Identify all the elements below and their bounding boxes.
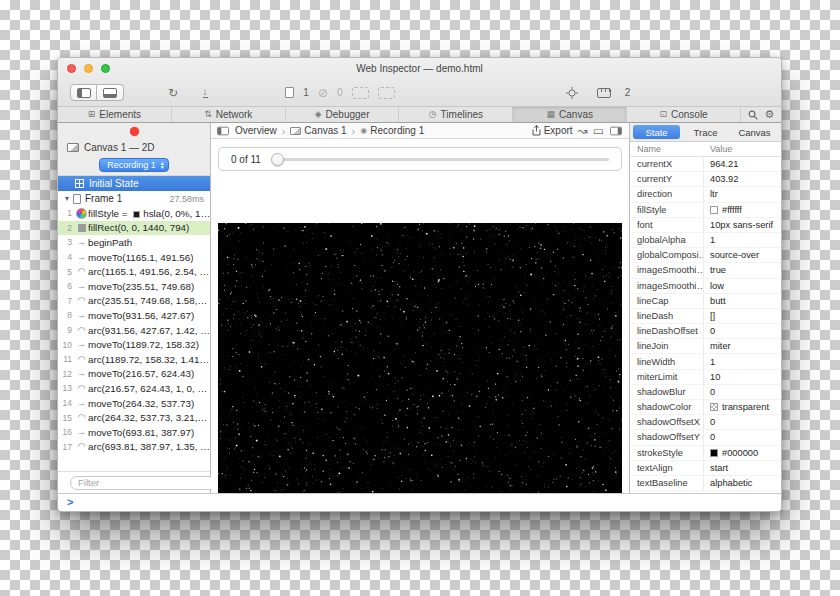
recording-select[interactable]: Recording 1 ▲▼ (99, 158, 168, 172)
canvas-call-row[interactable]: 13 ◠ arc(216.57, 624.43, 1, 0, … (58, 381, 210, 396)
canvas-call-row[interactable]: 3 → beginPath (58, 235, 210, 250)
state-value-text: transparent (722, 402, 769, 412)
minimize-window-button[interactable] (84, 64, 93, 73)
tab-canvas[interactable]: ▦ Canvas (513, 107, 627, 122)
canvas-call-row[interactable]: 9 ◠ arc(931.56, 427.67, 1.42, … (58, 323, 210, 338)
settings-button[interactable]: ⚙ (764, 109, 774, 120)
breadcrumb-canvas-1[interactable]: Canvas 1 (290, 125, 346, 136)
canvas-call-row[interactable]: 12 → moveTo(216.57, 624.43) (58, 367, 210, 382)
close-window-button[interactable] (67, 64, 76, 73)
canvas-call-row[interactable]: 16 → moveTo(693.81, 387.97) (58, 425, 210, 440)
tab-elements[interactable]: ⊞ Elements (58, 107, 172, 122)
canvas-call-row[interactable]: 4 → moveTo(1165.1, 491.56) (58, 250, 210, 265)
state-row[interactable]: direction ltr (630, 187, 781, 202)
debugger-icon: ◈ (315, 110, 322, 119)
state-row[interactable]: textBaseline alphabetic (630, 476, 781, 491)
call-label: moveTo(1165.1, 491.56) (88, 252, 193, 263)
console-prompt-icon: > (67, 497, 73, 508)
state-row[interactable]: currentY 403.92 (630, 172, 781, 187)
state-row[interactable]: globalComposi… source-over (630, 248, 781, 263)
tab-debugger[interactable]: ◈ Debugger (286, 107, 400, 122)
state-table: currentX 964.21 currentY 403.92 directio… (630, 157, 781, 493)
state-row[interactable]: lineDashOffset 0 (630, 324, 781, 339)
call-label: moveTo(264.32, 537.73) (88, 398, 194, 409)
call-number: 8 (58, 310, 75, 320)
canvas-call-row[interactable]: 1 fillStyle = hsla(0, 0%, 1… (58, 206, 210, 221)
call-number: 15 (58, 413, 75, 423)
details-tab-state[interactable]: State (633, 125, 680, 139)
canvas-call-row[interactable]: 6 → moveTo(235.51, 749.68) (58, 279, 210, 294)
scrubber-knob[interactable] (271, 153, 284, 166)
quick-console[interactable]: > (58, 493, 781, 511)
canvas-call-row[interactable]: 11 ◠ arc(1189.72, 158.32, 1.41… (58, 352, 210, 367)
select-arrows-icon: ▲▼ (160, 161, 165, 169)
record-button[interactable] (130, 127, 139, 136)
tab-timelines[interactable]: ◷ Timelines (399, 107, 513, 122)
state-row[interactable]: lineDash [] (630, 309, 781, 324)
canvas-call-row[interactable]: 5 ◠ arc(1165.1, 491.56, 2.54, … (58, 264, 210, 279)
console-icon: ⊡ (659, 110, 667, 119)
reload-button[interactable]: ↻ (162, 84, 184, 102)
state-row[interactable]: lineCap butt (630, 294, 781, 309)
state-row[interactable]: shadowColor transparent (630, 400, 781, 415)
canvas-call-row[interactable]: 7 ◠ arc(235.51, 749.68, 1.58,… (58, 294, 210, 309)
canvas-call-row[interactable]: 15 ◠ arc(264.32, 537.73, 3.21,… (58, 410, 210, 425)
canvas-preview[interactable] (218, 223, 622, 493)
state-row[interactable]: font 10px sans-serif (630, 218, 781, 233)
show-grid-button[interactable]: ▭ (593, 125, 604, 137)
canvas-call-row[interactable]: 14 → moveTo(264.32, 537.73) (58, 396, 210, 411)
zoom-window-button[interactable] (101, 64, 110, 73)
state-row[interactable]: shadowOffsetX 0 (630, 415, 781, 430)
download-button[interactable]: ↓ (194, 84, 216, 102)
search-button[interactable] (748, 110, 758, 120)
timelines-icon: ◷ (429, 110, 437, 119)
filter-input[interactable] (70, 476, 218, 490)
toolbar: ↻ ↓ 1 ⊘ 0 2 (58, 79, 781, 106)
show-path-button[interactable]: ↝ (578, 125, 588, 137)
move-icon: → (75, 340, 88, 349)
sidebar-right-toggle-button[interactable] (609, 126, 623, 136)
canvas-call-row[interactable]: 2 fillRect(0, 0, 1440, 794) (58, 221, 210, 236)
dock-side-button[interactable] (70, 84, 97, 101)
canvas-call-row[interactable]: 8 → moveTo(931.56, 427.67) (58, 308, 210, 323)
element-picker-button[interactable] (561, 84, 583, 102)
call-number: 12 (58, 369, 75, 379)
tab-label: Timelines (441, 109, 483, 120)
state-row[interactable]: strokeStyle #000000 (630, 446, 781, 461)
frame-item[interactable]: ▾ Frame 1 27.58ms (58, 191, 210, 206)
breadcrumb-recording-1[interactable]: ◉ Recording 1 (360, 125, 424, 136)
dock-bottom-button[interactable] (97, 84, 124, 101)
details-tab-trace[interactable]: Trace (682, 125, 729, 139)
state-row[interactable]: lineWidth 1 (630, 354, 781, 369)
sidebar-left-toggle-button[interactable] (216, 126, 230, 136)
tab-network[interactable]: ⇅ Network (172, 107, 286, 122)
disclosure-triangle-icon[interactable]: ▾ (65, 195, 69, 203)
state-row[interactable]: currentX 964.21 (630, 157, 781, 172)
title-bar[interactable]: Web Inspector — demo.html (58, 58, 781, 79)
state-row[interactable]: shadowOffsetY 0 (630, 430, 781, 445)
state-property-value: 1 (704, 357, 781, 367)
initial-state-item[interactable]: Initial State (58, 176, 210, 191)
details-tab-canvas[interactable]: Canvas (731, 125, 778, 139)
tab-console[interactable]: ⊡ Console (627, 107, 741, 122)
canvas-call-row[interactable]: 10 → moveTo(1189.72, 158.32) (58, 337, 210, 352)
state-row[interactable]: fillStyle #ffffff (630, 203, 781, 218)
state-row[interactable]: lineJoin miter (630, 339, 781, 354)
rulers-button[interactable] (593, 84, 615, 102)
state-row[interactable]: imageSmoothi… true (630, 263, 781, 278)
state-row[interactable]: imageSmoothi… low (630, 279, 781, 294)
state-row[interactable]: textAlign start (630, 461, 781, 476)
gear-icon: ⚙ (764, 109, 774, 120)
sidebar-item-canvas-1[interactable]: Canvas 1 — 2D (58, 139, 210, 155)
state-row[interactable]: miterLimit 10 (630, 370, 781, 385)
call-label: arc(235.51, 749.68, 1.58,… (88, 295, 207, 306)
scrubber-track[interactable] (273, 158, 609, 161)
color-swatch (710, 449, 718, 457)
reload-icon: ↻ (168, 87, 178, 99)
state-row[interactable]: shadowBlur 0 (630, 385, 781, 400)
state-row[interactable]: globalAlpha 1 (630, 233, 781, 248)
toolbar-right-group: 2 (561, 84, 631, 102)
export-button[interactable]: Export (532, 125, 573, 136)
canvas-call-row[interactable]: 17 ◠ arc(693.81, 387.97, 1.35, … (58, 440, 210, 455)
breadcrumb-overview[interactable]: Overview (235, 125, 277, 136)
